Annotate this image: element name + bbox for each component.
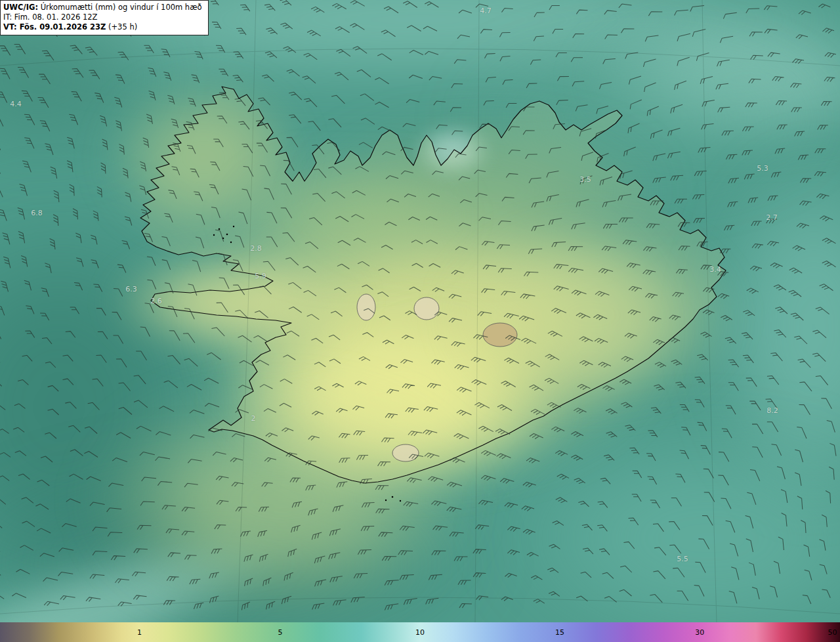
wind-barb (404, 502, 419, 508)
wind-barb (556, 100, 568, 104)
wind-barb (117, 263, 126, 274)
map-title-line: UWC/IG: Úrkomumætti (mm) og vindur í 100… (3, 3, 202, 12)
wind-barb (726, 154, 738, 159)
wind-barb (698, 148, 711, 153)
wind-barb (308, 119, 320, 133)
wind-barb (70, 473, 83, 483)
wind-barb (673, 292, 684, 298)
wind-barb (96, 306, 106, 318)
wind-barb (554, 264, 569, 270)
wind-barb (312, 143, 324, 157)
wind-barb (207, 351, 220, 363)
wind-barb (719, 450, 729, 463)
wind-barb (767, 241, 779, 247)
wind-barb (742, 331, 753, 343)
wind-barb (242, 187, 251, 202)
wind-barb (167, 94, 175, 105)
wind-barb (350, 22, 364, 33)
wind-barb (671, 496, 682, 509)
wind-barb (309, 216, 322, 228)
wind-barb (136, 349, 146, 363)
wind-barb (233, 258, 243, 273)
wind-barb (90, 502, 105, 509)
wind-barb (816, 305, 830, 317)
wind-barb (473, 549, 486, 554)
wind-barb (578, 383, 591, 393)
wind-barb (649, 130, 664, 139)
wind-barb (162, 258, 171, 271)
wind-barb (595, 106, 610, 114)
wind-barb (329, 333, 340, 343)
wind-barb (423, 25, 437, 35)
wind-barb (799, 402, 810, 417)
wind-barb (506, 173, 518, 179)
wind-barb (113, 333, 123, 346)
wind-barb (69, 113, 77, 127)
wind-barb (45, 142, 53, 156)
wind-barb (93, 527, 107, 532)
wind-barb (593, 314, 607, 323)
wind-barb (262, 73, 274, 85)
wind-barb (789, 267, 802, 277)
wind-barb (598, 500, 608, 511)
wind-barb (333, 600, 346, 606)
wind-barb (156, 456, 171, 463)
wind-barb (452, 83, 463, 88)
wind-barb (794, 334, 807, 347)
wind-barb (799, 380, 812, 394)
wind-barb (651, 406, 661, 416)
wind-barb (314, 361, 326, 371)
wind-barb (209, 182, 219, 196)
wind-barb (822, 259, 836, 270)
wind-barb (93, 551, 107, 556)
wind-barb (0, 474, 9, 484)
wind-barb (764, 5, 777, 11)
wind-barb (357, 68, 371, 81)
wind-barb (478, 425, 493, 435)
wind-barb (571, 223, 586, 229)
wind-barb (336, 408, 347, 415)
wind-barb (219, 252, 227, 267)
wind-barb (627, 263, 640, 270)
wind-barb (774, 328, 786, 341)
wind-barb (534, 36, 544, 41)
wind-barb (40, 119, 50, 133)
wind-barb (643, 246, 656, 252)
wind-barb (140, 161, 146, 172)
wind-barb (62, 353, 73, 364)
wind-barb (211, 205, 220, 219)
wind-barb (332, 505, 345, 512)
wind-barb (507, 526, 520, 533)
wind-barb (556, 496, 568, 505)
wind-barb (425, 51, 438, 58)
wind-barb (676, 33, 691, 41)
wind-barb (118, 50, 129, 62)
wind-barb (629, 100, 644, 109)
wind-barb (259, 284, 272, 297)
wind-barb (503, 80, 513, 85)
wind-barb (215, 228, 224, 243)
wind-barb (729, 590, 737, 605)
wind-barb (728, 358, 739, 370)
wind-barb (774, 148, 786, 154)
wind-barb (814, 171, 826, 177)
colorbar-tick-label: 30 (695, 628, 704, 637)
wind-barb (232, 433, 245, 440)
wind-barb (619, 171, 634, 179)
wind-barb (524, 107, 535, 112)
wind-barb (239, 211, 247, 225)
wind-barb (571, 454, 583, 463)
wind-barb (557, 473, 569, 482)
wind-barb (821, 396, 831, 411)
wind-barb (644, 35, 659, 41)
wind-barb (455, 246, 467, 253)
wind-barb (18, 65, 29, 79)
wind-barb (746, 538, 753, 553)
wind-barb (354, 431, 366, 436)
wind-barb (606, 430, 618, 440)
wind-barb (338, 239, 350, 249)
wind-barb (728, 178, 739, 183)
wind-barb (385, 221, 396, 230)
wind-barb (749, 399, 761, 413)
wind-barb (182, 507, 195, 512)
